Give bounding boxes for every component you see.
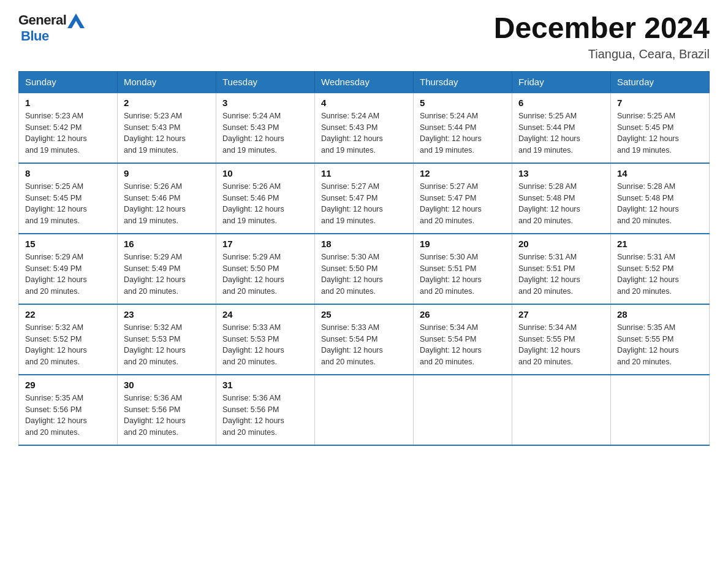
day-number: 27 — [518, 309, 604, 320]
day-number: 2 — [124, 98, 210, 108]
day-info: Sunrise: 5:24 AMSunset: 5:44 PMDaylight:… — [420, 110, 506, 156]
day-info: Sunrise: 5:30 AMSunset: 5:50 PMDaylight:… — [321, 251, 407, 297]
calendar-cell: 13Sunrise: 5:28 AMSunset: 5:48 PMDayligh… — [512, 163, 611, 234]
calendar-cell: 10Sunrise: 5:26 AMSunset: 5:46 PMDayligh… — [216, 163, 315, 234]
calendar-week-row: 22Sunrise: 5:32 AMSunset: 5:52 PMDayligh… — [19, 304, 710, 375]
logo-text-blue: Blue — [21, 28, 49, 44]
calendar-cell: 6Sunrise: 5:25 AMSunset: 5:44 PMDaylight… — [512, 93, 611, 163]
calendar-cell — [611, 375, 710, 445]
weekday-header-row: SundayMondayTuesdayWednesdayThursdayFrid… — [19, 71, 710, 93]
calendar-cell: 11Sunrise: 5:27 AMSunset: 5:47 PMDayligh… — [315, 163, 414, 234]
day-number: 10 — [222, 168, 308, 178]
calendar-cell: 15Sunrise: 5:29 AMSunset: 5:49 PMDayligh… — [19, 234, 118, 304]
day-info: Sunrise: 5:24 AMSunset: 5:43 PMDaylight:… — [321, 110, 407, 156]
day-number: 31 — [222, 380, 308, 390]
calendar-cell: 4Sunrise: 5:24 AMSunset: 5:43 PMDaylight… — [315, 93, 414, 163]
day-number: 11 — [321, 168, 407, 178]
day-number: 9 — [124, 168, 210, 178]
calendar-cell: 18Sunrise: 5:30 AMSunset: 5:50 PMDayligh… — [315, 234, 414, 304]
day-info: Sunrise: 5:23 AMSunset: 5:42 PMDaylight:… — [25, 110, 111, 156]
day-info: Sunrise: 5:29 AMSunset: 5:50 PMDaylight:… — [222, 251, 308, 297]
day-number: 17 — [222, 239, 308, 249]
day-number: 14 — [617, 168, 703, 178]
calendar-table: SundayMondayTuesdayWednesdayThursdayFrid… — [18, 71, 710, 446]
calendar-cell: 9Sunrise: 5:26 AMSunset: 5:46 PMDaylight… — [118, 163, 216, 234]
day-info: Sunrise: 5:35 AMSunset: 5:56 PMDaylight:… — [25, 393, 111, 439]
main-title: December 2024 — [494, 12, 710, 45]
calendar-cell: 20Sunrise: 5:31 AMSunset: 5:51 PMDayligh… — [512, 234, 611, 304]
page-header: General Blue December 2024 Tiangua, Cear… — [18, 12, 710, 61]
day-info: Sunrise: 5:24 AMSunset: 5:43 PMDaylight:… — [222, 110, 308, 156]
day-info: Sunrise: 5:33 AMSunset: 5:54 PMDaylight:… — [321, 322, 407, 368]
calendar-cell: 22Sunrise: 5:32 AMSunset: 5:52 PMDayligh… — [19, 304, 118, 375]
calendar-cell: 27Sunrise: 5:34 AMSunset: 5:55 PMDayligh… — [512, 304, 611, 375]
day-number: 23 — [124, 309, 210, 320]
calendar-cell: 7Sunrise: 5:25 AMSunset: 5:45 PMDaylight… — [611, 93, 710, 163]
calendar-cell: 30Sunrise: 5:36 AMSunset: 5:56 PMDayligh… — [118, 375, 216, 445]
calendar-cell: 24Sunrise: 5:33 AMSunset: 5:53 PMDayligh… — [216, 304, 315, 375]
calendar-cell — [414, 375, 512, 445]
day-number: 4 — [321, 98, 407, 108]
calendar-cell — [512, 375, 611, 445]
day-number: 25 — [321, 309, 407, 320]
calendar-cell — [315, 375, 414, 445]
day-info: Sunrise: 5:32 AMSunset: 5:53 PMDaylight:… — [124, 322, 210, 368]
day-number: 24 — [222, 309, 308, 320]
day-number: 30 — [124, 380, 210, 390]
calendar-cell: 8Sunrise: 5:25 AMSunset: 5:45 PMDaylight… — [19, 163, 118, 234]
day-number: 22 — [25, 309, 111, 320]
calendar-cell: 16Sunrise: 5:29 AMSunset: 5:49 PMDayligh… — [118, 234, 216, 304]
calendar-week-row: 1Sunrise: 5:23 AMSunset: 5:42 PMDaylight… — [19, 93, 710, 163]
weekday-header-tuesday: Tuesday — [216, 71, 315, 93]
day-info: Sunrise: 5:36 AMSunset: 5:56 PMDaylight:… — [222, 393, 308, 439]
calendar-cell: 23Sunrise: 5:32 AMSunset: 5:53 PMDayligh… — [118, 304, 216, 375]
day-info: Sunrise: 5:27 AMSunset: 5:47 PMDaylight:… — [321, 181, 407, 227]
day-number: 26 — [420, 309, 506, 320]
calendar-week-row: 29Sunrise: 5:35 AMSunset: 5:56 PMDayligh… — [19, 375, 710, 445]
day-number: 20 — [518, 239, 604, 249]
calendar-cell: 17Sunrise: 5:29 AMSunset: 5:50 PMDayligh… — [216, 234, 315, 304]
day-number: 7 — [617, 98, 703, 108]
day-info: Sunrise: 5:26 AMSunset: 5:46 PMDaylight:… — [222, 181, 308, 227]
day-number: 12 — [420, 168, 506, 178]
day-info: Sunrise: 5:34 AMSunset: 5:55 PMDaylight:… — [518, 322, 604, 368]
calendar-cell: 14Sunrise: 5:28 AMSunset: 5:48 PMDayligh… — [611, 163, 710, 234]
calendar-cell: 12Sunrise: 5:27 AMSunset: 5:47 PMDayligh… — [414, 163, 512, 234]
calendar-cell: 19Sunrise: 5:30 AMSunset: 5:51 PMDayligh… — [414, 234, 512, 304]
day-info: Sunrise: 5:25 AMSunset: 5:44 PMDaylight:… — [518, 110, 604, 156]
day-info: Sunrise: 5:26 AMSunset: 5:46 PMDaylight:… — [124, 181, 210, 227]
weekday-header-sunday: Sunday — [19, 71, 118, 93]
calendar-week-row: 15Sunrise: 5:29 AMSunset: 5:49 PMDayligh… — [19, 234, 710, 304]
day-number: 16 — [124, 239, 210, 249]
day-number: 5 — [420, 98, 506, 108]
day-info: Sunrise: 5:33 AMSunset: 5:53 PMDaylight:… — [222, 322, 308, 368]
day-info: Sunrise: 5:32 AMSunset: 5:52 PMDaylight:… — [25, 322, 111, 368]
weekday-header-thursday: Thursday — [414, 71, 512, 93]
subtitle: Tiangua, Ceara, Brazil — [494, 47, 710, 61]
day-number: 6 — [518, 98, 604, 108]
title-block: December 2024 Tiangua, Ceara, Brazil — [494, 12, 710, 61]
day-number: 3 — [222, 98, 308, 108]
day-info: Sunrise: 5:27 AMSunset: 5:47 PMDaylight:… — [420, 181, 506, 227]
weekday-header-wednesday: Wednesday — [315, 71, 414, 93]
calendar-cell: 1Sunrise: 5:23 AMSunset: 5:42 PMDaylight… — [19, 93, 118, 163]
day-info: Sunrise: 5:23 AMSunset: 5:43 PMDaylight:… — [124, 110, 210, 156]
calendar-cell: 5Sunrise: 5:24 AMSunset: 5:44 PMDaylight… — [414, 93, 512, 163]
logo-text-general: General — [18, 12, 66, 28]
day-number: 13 — [518, 168, 604, 178]
day-info: Sunrise: 5:31 AMSunset: 5:51 PMDaylight:… — [518, 251, 604, 297]
day-info: Sunrise: 5:25 AMSunset: 5:45 PMDaylight:… — [617, 110, 703, 156]
day-info: Sunrise: 5:34 AMSunset: 5:54 PMDaylight:… — [420, 322, 506, 368]
day-number: 21 — [617, 239, 703, 249]
calendar-cell: 25Sunrise: 5:33 AMSunset: 5:54 PMDayligh… — [315, 304, 414, 375]
calendar-cell: 2Sunrise: 5:23 AMSunset: 5:43 PMDaylight… — [118, 93, 216, 163]
calendar-cell: 3Sunrise: 5:24 AMSunset: 5:43 PMDaylight… — [216, 93, 315, 163]
weekday-header-monday: Monday — [118, 71, 216, 93]
weekday-header-saturday: Saturday — [611, 71, 710, 93]
day-number: 19 — [420, 239, 506, 249]
day-number: 15 — [25, 239, 111, 249]
day-info: Sunrise: 5:29 AMSunset: 5:49 PMDaylight:… — [124, 251, 210, 297]
day-number: 8 — [25, 168, 111, 178]
logo-arrow-icon — [67, 13, 85, 28]
calendar-cell: 21Sunrise: 5:31 AMSunset: 5:52 PMDayligh… — [611, 234, 710, 304]
